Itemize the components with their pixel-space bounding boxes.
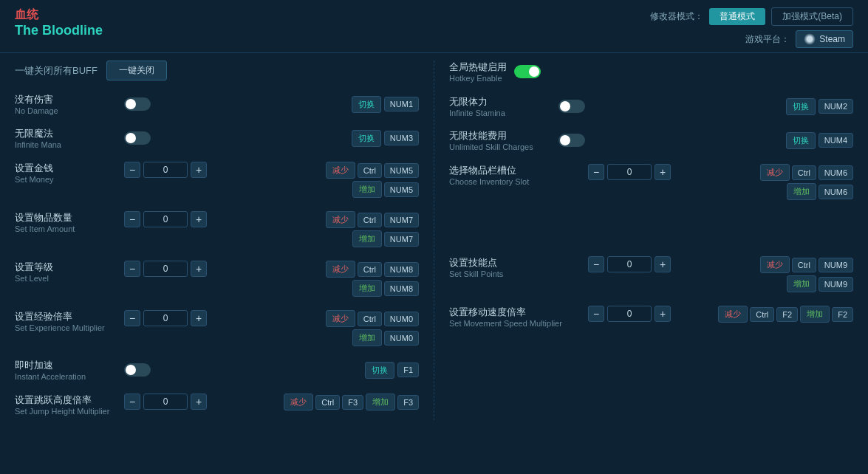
set-move-speed-f2-inc-key[interactable]: F2	[832, 307, 853, 322]
set-money-num5-key[interactable]: NUM5	[384, 163, 419, 178]
unlimited-skill-switch-btn[interactable]: 切换	[786, 132, 816, 149]
set-exp-multiplier-input[interactable]	[143, 310, 188, 326]
set-level-dec-label[interactable]: 减少	[326, 261, 355, 278]
option-set-jump-height: 设置跳跃高度倍率 Set Jump Height Multiplier − + …	[15, 391, 419, 417]
choose-inventory-num6-inc-key[interactable]: NUM6	[819, 185, 853, 199]
option-instant-acceleration-toggle[interactable]	[124, 363, 151, 377]
choose-inventory-inc-label[interactable]: 增加	[787, 183, 816, 200]
set-move-speed-ctrl-key[interactable]: Ctrl	[750, 307, 774, 322]
set-skill-points-inc-btn[interactable]: +	[655, 256, 671, 272]
option-set-item-amount-zh: 设置物品数量	[15, 211, 118, 224]
set-level-dec-btn[interactable]: −	[124, 261, 140, 277]
set-jump-height-input[interactable]	[143, 394, 188, 410]
unlimited-skill-key-num4[interactable]: NUM4	[819, 133, 853, 148]
infinite-mana-key-num3[interactable]: NUM3	[384, 131, 419, 145]
set-move-speed-f2-dec-key[interactable]: F2	[776, 307, 798, 322]
option-set-item-amount-en: Set Item Amount	[15, 224, 118, 233]
set-level-inc-btn[interactable]: +	[191, 261, 207, 277]
set-money-inc-btn[interactable]: +	[191, 162, 207, 178]
set-item-amount-input[interactable]	[143, 211, 188, 227]
choose-inventory-input[interactable]	[607, 164, 652, 180]
set-item-amount-inc-btn[interactable]: +	[191, 211, 207, 227]
set-exp-multiplier-num0-inc-key[interactable]: NUM0	[384, 331, 419, 346]
set-money-dec-label[interactable]: 减少	[326, 162, 355, 179]
option-infinite-stamina-toggle[interactable]	[558, 100, 585, 113]
set-exp-multiplier-inc-btn[interactable]: +	[191, 310, 207, 326]
set-money-dec-btn[interactable]: −	[124, 162, 140, 178]
no-damage-switch-btn[interactable]: 切换	[352, 96, 381, 113]
set-money-inc-label[interactable]: 增加	[352, 181, 382, 198]
set-jump-height-dec-btn[interactable]: −	[124, 394, 140, 410]
hotkey-label-en: Hotkey Enable	[449, 74, 507, 83]
set-money-input[interactable]	[143, 162, 188, 178]
infinite-mana-toggle-switch[interactable]	[124, 131, 151, 145]
set-exp-multiplier-ctrl-key[interactable]: Ctrl	[358, 312, 382, 326]
option-set-exp-multiplier-zh: 设置经验倍率	[15, 310, 118, 323]
set-jump-height-inc-label[interactable]: 增加	[366, 394, 395, 411]
set-money-ctrl-key[interactable]: Ctrl	[358, 163, 382, 178]
set-exp-multiplier-num0-key[interactable]: NUM0	[384, 312, 419, 326]
set-skill-points-ctrl-key[interactable]: Ctrl	[792, 258, 816, 272]
platform-steam-button[interactable]: Steam	[796, 30, 853, 48]
set-move-speed-dec-label[interactable]: 减少	[718, 306, 748, 323]
mode-beta-button[interactable]: 加强模式(Beta)	[771, 7, 853, 26]
option-set-item-amount-controls: 减少 Ctrl NUM7 增加 NUM7	[326, 211, 419, 247]
choose-inventory-num6-key[interactable]: NUM6	[819, 165, 853, 180]
set-level-input[interactable]	[143, 261, 188, 277]
option-no-damage-toggle[interactable]	[124, 97, 151, 111]
set-move-speed-inc-btn[interactable]: +	[655, 306, 671, 322]
set-skill-points-input[interactable]	[607, 256, 652, 272]
set-exp-multiplier-inc-label[interactable]: 增加	[352, 329, 382, 346]
no-damage-toggle-switch[interactable]	[124, 97, 151, 111]
set-jump-height-inc-btn[interactable]: +	[191, 394, 207, 410]
set-move-speed-inc-label[interactable]: 增加	[800, 306, 830, 323]
set-jump-height-f3-dec-key[interactable]: F3	[342, 395, 363, 410]
set-move-speed-input[interactable]	[607, 306, 652, 322]
no-damage-key-num1[interactable]: NUM1	[384, 97, 419, 111]
set-skill-points-inc-label[interactable]: 增加	[787, 275, 816, 292]
set-skill-points-dec-label[interactable]: 减少	[760, 256, 790, 273]
set-item-amount-inc-label[interactable]: 增加	[352, 230, 382, 247]
unlimited-skill-toggle-switch[interactable]	[558, 134, 585, 147]
set-jump-height-ctrl-key[interactable]: Ctrl	[315, 395, 340, 410]
mode-normal-button[interactable]: 普通模式	[709, 8, 765, 25]
option-no-damage-controls: 切换 NUM1	[352, 96, 419, 113]
option-infinite-mana-toggle[interactable]	[124, 131, 151, 145]
set-jump-height-f3-inc-key[interactable]: F3	[397, 395, 419, 410]
choose-inventory-inc-btn[interactable]: +	[655, 164, 671, 180]
set-level-inc-label[interactable]: 增加	[352, 280, 382, 297]
infinite-stamina-key-num2[interactable]: NUM2	[819, 99, 853, 114]
set-move-speed-number-control: − +	[588, 306, 671, 322]
set-exp-multiplier-dec-label[interactable]: 减少	[326, 310, 355, 327]
set-item-amount-num7-inc-key[interactable]: NUM7	[384, 232, 419, 247]
set-skill-points-num9-key[interactable]: NUM9	[819, 258, 853, 272]
set-move-speed-dec-btn[interactable]: −	[588, 306, 604, 322]
instant-acceleration-switch-btn[interactable]: 切换	[365, 362, 394, 379]
instant-acceleration-key-f1[interactable]: F1	[397, 363, 419, 377]
option-set-level: 设置等级 Set Level − + 减少 Ctrl NUM8 增加 NUM8	[15, 258, 419, 297]
option-unlimited-skill-toggle[interactable]	[558, 134, 585, 147]
set-item-amount-ctrl-key[interactable]: Ctrl	[358, 213, 382, 227]
infinite-mana-switch-btn[interactable]: 切换	[352, 130, 381, 147]
set-item-amount-num7-key[interactable]: NUM7	[384, 213, 419, 227]
infinite-stamina-switch-btn[interactable]: 切换	[786, 98, 816, 115]
choose-inventory-dec-label[interactable]: 减少	[760, 164, 790, 181]
set-skill-points-dec-btn[interactable]: −	[588, 256, 604, 272]
set-skill-points-num9-inc-key[interactable]: NUM9	[819, 277, 853, 292]
set-jump-height-dec-label[interactable]: 减少	[284, 394, 313, 411]
set-exp-multiplier-dec-btn[interactable]: −	[124, 310, 140, 326]
hotkey-enable-toggle[interactable]	[514, 65, 541, 78]
choose-inventory-ctrl-key[interactable]: Ctrl	[792, 165, 816, 180]
choose-inventory-dec-btn[interactable]: −	[588, 164, 604, 180]
option-choose-inventory-en: Choose Inventory Slot	[449, 177, 582, 186]
set-item-amount-dec-btn[interactable]: −	[124, 211, 140, 227]
set-level-ctrl-key[interactable]: Ctrl	[358, 262, 382, 277]
instant-acceleration-toggle-switch[interactable]	[124, 363, 151, 377]
set-item-amount-dec-label[interactable]: 减少	[326, 211, 355, 228]
set-level-num8-inc-key[interactable]: NUM8	[384, 281, 419, 296]
set-level-num8-key[interactable]: NUM8	[384, 262, 419, 277]
close-all-button[interactable]: 一键关闭	[106, 61, 167, 80]
set-money-num5-inc-key[interactable]: NUM5	[384, 182, 419, 197]
option-instant-acceleration-controls: 切换 F1	[365, 362, 419, 379]
infinite-stamina-toggle-switch[interactable]	[558, 100, 585, 113]
